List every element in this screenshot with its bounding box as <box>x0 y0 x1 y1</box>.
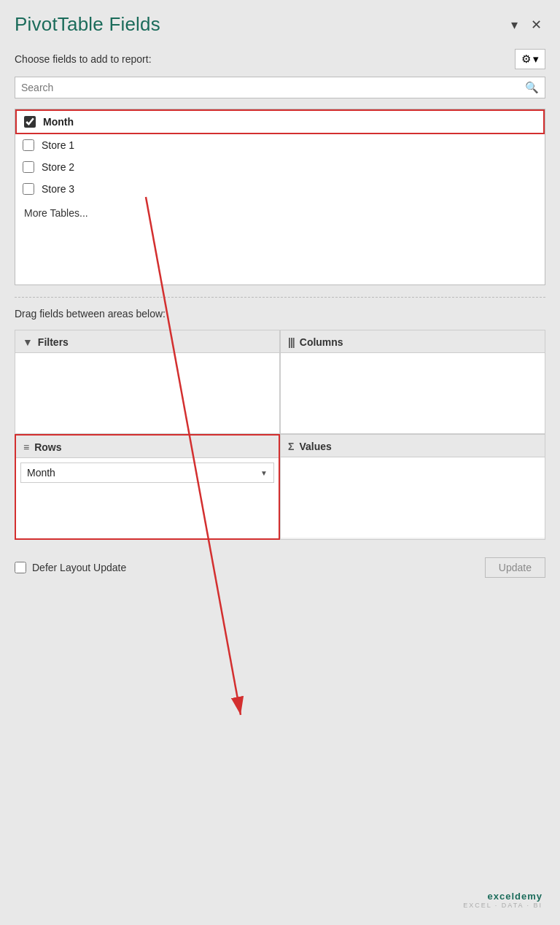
fields-empty-area <box>15 226 545 285</box>
field-label-store1: Store 1 <box>42 139 74 151</box>
area-filters: ▼ Filters <box>15 330 280 434</box>
field-item-store2[interactable]: Store 2 <box>15 156 545 178</box>
defer-label: Defer Layout Update <box>32 562 126 573</box>
field-checkbox-store2[interactable] <box>23 161 34 173</box>
update-button[interactable]: Update <box>485 557 545 578</box>
dropdown-button[interactable]: ▾ <box>508 15 521 34</box>
header-controls: ▾ ✕ <box>508 15 545 34</box>
choose-fields-row: Choose fields to add to report: ⚙ ▾ <box>15 49 545 69</box>
panel-title: PivotTable Fields <box>15 13 160 36</box>
area-values: Σ Values <box>280 434 545 540</box>
area-columns-content[interactable] <box>281 353 545 433</box>
rows-icon: ≡ <box>23 441 29 453</box>
pivottable-fields-panel: PivotTable Fields ▾ ✕ Choose fields to a… <box>0 0 560 925</box>
area-filters-content[interactable] <box>15 353 279 433</box>
field-label-store3: Store 3 <box>42 183 74 195</box>
area-filters-header: ▼ Filters <box>15 330 279 353</box>
search-box: 🔍 <box>15 77 545 98</box>
field-checkbox-store1[interactable] <box>23 139 34 151</box>
choose-fields-label: Choose fields to add to report: <box>15 53 152 65</box>
search-icon: 🔍 <box>525 81 539 94</box>
fields-list: Month Store 1 Store 2 Store 3 More Table… <box>15 109 545 285</box>
area-values-content[interactable] <box>281 457 545 538</box>
area-values-label: Values <box>299 441 331 452</box>
field-label-store2: Store 2 <box>42 161 74 173</box>
panel-header: PivotTable Fields ▾ ✕ <box>15 13 545 36</box>
drag-label: Drag fields between areas below: <box>15 308 545 320</box>
close-button[interactable]: ✕ <box>527 15 545 34</box>
areas-grid: ▼ Filters ||| Columns ≡ Rows Month ▼ <box>15 330 545 540</box>
area-rows-header: ≡ Rows <box>16 436 279 458</box>
gear-dropdown-icon: ▾ <box>533 53 539 66</box>
month-chip-arrow-icon: ▼ <box>260 469 268 477</box>
footer: Defer Layout Update Update <box>15 551 545 584</box>
area-columns: ||| Columns <box>280 330 545 434</box>
defer-row: Defer Layout Update <box>15 562 126 573</box>
filter-icon: ▼ <box>23 336 33 348</box>
area-rows: ≡ Rows Month ▼ <box>15 434 280 540</box>
field-item-store1[interactable]: Store 1 <box>15 134 545 156</box>
watermark: exceldemy EXCEL · DATA · BI <box>463 891 542 909</box>
defer-checkbox[interactable] <box>15 562 26 573</box>
values-icon: Σ <box>288 441 294 452</box>
area-rows-label: Rows <box>34 441 61 453</box>
area-values-header: Σ Values <box>281 435 545 457</box>
gear-button[interactable]: ⚙ ▾ <box>515 49 545 69</box>
field-checkbox-store3[interactable] <box>23 183 34 195</box>
area-rows-content: Month ▼ <box>16 458 279 538</box>
month-chip-label: Month <box>27 467 55 479</box>
close-icon: ✕ <box>531 17 542 33</box>
field-label-month: Month <box>43 116 74 128</box>
watermark-logo: exceldemy <box>488 891 543 902</box>
field-checkbox-month[interactable] <box>24 116 36 128</box>
gear-icon: ⚙ <box>521 53 531 66</box>
field-item-month[interactable]: Month <box>15 109 545 134</box>
area-columns-header: ||| Columns <box>281 330 545 353</box>
area-filters-label: Filters <box>38 336 69 348</box>
watermark-sub: EXCEL · DATA · BI <box>463 902 542 909</box>
field-item-store3[interactable]: Store 3 <box>15 178 545 200</box>
more-tables-link[interactable]: More Tables... <box>15 200 545 226</box>
dropdown-icon: ▾ <box>511 17 518 33</box>
columns-icon: ||| <box>288 336 295 348</box>
search-input[interactable] <box>21 82 525 93</box>
month-chip[interactable]: Month ▼ <box>20 462 274 483</box>
separator <box>15 297 545 298</box>
area-columns-label: Columns <box>300 336 343 348</box>
